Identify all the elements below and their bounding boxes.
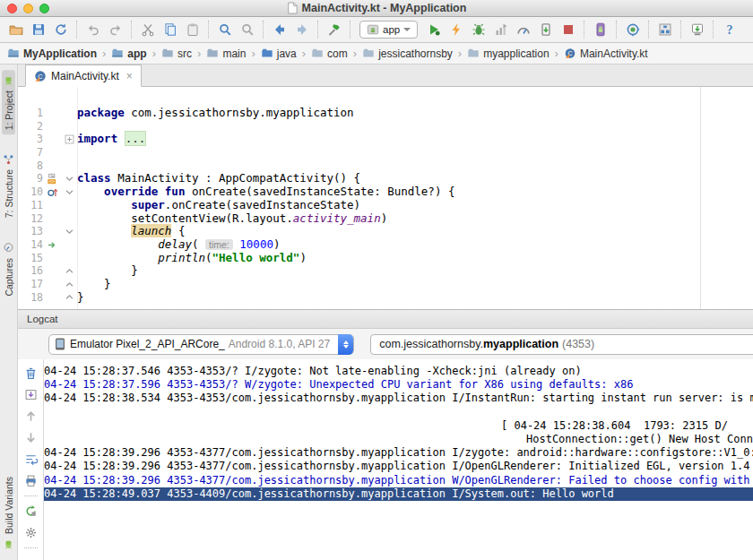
breadcrumb-item-java[interactable]: java: [261, 47, 297, 60]
code-editor[interactable]: 1package com.jessicathornsby.myapplicati…: [18, 87, 753, 309]
redo-button[interactable]: [104, 19, 126, 41]
code-line[interactable]: 13 launch {: [18, 225, 753, 238]
log-line[interactable]: [44, 406, 753, 419]
back-button[interactable]: [268, 19, 290, 41]
find-button[interactable]: [213, 19, 236, 41]
zoom-window-button[interactable]: [39, 4, 49, 13]
log-line[interactable]: 04-24 15:28:39.296 4353-4377/com.jessica…: [44, 446, 753, 460]
print-button[interactable]: [23, 473, 39, 488]
fold-marker[interactable]: [61, 291, 77, 305]
fold-marker[interactable]: [61, 264, 77, 278]
breadcrumb-item-main[interactable]: main: [206, 47, 246, 60]
code-line[interactable]: 16 }: [18, 264, 753, 278]
help-button[interactable]: ?: [718, 19, 740, 41]
breadcrumb-item-mainactivity-kt[interactable]: CMainActivity.kt: [564, 47, 648, 60]
paste-icon: [186, 22, 200, 37]
ide-window: MainActivity.kt - MyApplication app? MyA…: [0, 0, 753, 560]
breadcrumb-item-myapplication[interactable]: myapplication: [467, 47, 549, 60]
forward-button[interactable]: [290, 19, 313, 41]
trash-button[interactable]: [23, 366, 39, 381]
breadcrumb-item-src[interactable]: src: [161, 47, 192, 60]
toolbar-separator: [584, 21, 584, 39]
tool-window-button-7-structure[interactable]: 7: Structure: [2, 149, 15, 222]
suspend-icon[interactable]: [47, 239, 58, 251]
up-stack-button[interactable]: [23, 409, 39, 424]
find-template-button[interactable]: [236, 19, 258, 41]
code-line[interactable]: 9<>class MainActivity : AppCompatActivit…: [18, 172, 753, 185]
code-line[interactable]: 3import ...: [18, 133, 753, 146]
fold-marker[interactable]: [61, 185, 77, 199]
tab-close-icon[interactable]: ×: [126, 71, 133, 82]
fold-marker[interactable]: [61, 225, 77, 238]
run-configuration-select[interactable]: app: [359, 21, 418, 39]
attach-debugger-button[interactable]: [489, 19, 512, 41]
log-line[interactable]: HostConnection::get() New Host Conn: [44, 433, 753, 446]
code-line[interactable]: 7: [18, 146, 753, 159]
log-line[interactable]: 04-24 15:28:39.296 4353-4377/com.jessica…: [44, 460, 753, 473]
log-line[interactable]: 04-24 15:28:39.296 4353-4377/com.jessica…: [44, 474, 753, 487]
device-selector[interactable]: Emulator Pixel_2_API_ARCore_ Android 8.1…: [48, 334, 354, 355]
process-filter-selector[interactable]: com.jessicathornsby.myapplication(4353): [370, 334, 753, 355]
code-line[interactable]: 1package com.jessicathornsby.myapplicati…: [18, 107, 753, 120]
build-hammer-button[interactable]: [323, 19, 345, 41]
sync-button[interactable]: [49, 19, 72, 41]
tool-window-button-captures[interactable]: Captures: [2, 237, 15, 301]
close-window-button[interactable]: [7, 4, 17, 13]
open-folder-button[interactable]: [4, 19, 27, 41]
down-stack-button[interactable]: [23, 430, 39, 445]
up-stack-icon: [24, 409, 38, 423]
save-button[interactable]: [27, 19, 49, 41]
gutter: [43, 133, 61, 146]
profile-apk-button[interactable]: [534, 19, 557, 41]
tool-window-button-build-variants[interactable]: Build Variants: [2, 472, 15, 555]
scroll-to-end-button[interactable]: [23, 387, 39, 402]
code-line[interactable]: 15 println("Hello world"): [18, 252, 753, 265]
minimize-window-button[interactable]: [23, 4, 33, 13]
breadcrumb-item-com[interactable]: com: [311, 47, 348, 60]
override-icon[interactable]: [47, 186, 58, 198]
log-line[interactable]: [ 04-24 15:28:38.604 1793: 2315 D/: [44, 419, 753, 433]
copy-button[interactable]: [159, 19, 181, 41]
stop-button[interactable]: [557, 19, 579, 41]
profiler-button[interactable]: [512, 19, 534, 41]
log-line[interactable]: 04-24 15:28:37.596 4353-4353/? W/zygote:…: [44, 378, 753, 392]
restart-button[interactable]: [23, 504, 39, 519]
settings-button[interactable]: [23, 525, 39, 540]
gradle-sync-button[interactable]: [621, 19, 644, 41]
avd-manager-button[interactable]: [589, 19, 611, 41]
paste-button[interactable]: [181, 19, 203, 41]
tool-window-button-1-project[interactable]: 1: Project: [2, 70, 15, 134]
log-line-selected[interactable]: 04-24 15:28:49.037 4353-4409/com.jessica…: [44, 487, 753, 501]
code-line[interactable]: 14 delay( time: 10000): [18, 238, 753, 252]
fold-open-icon: [65, 227, 74, 237]
code-line[interactable]: 8: [18, 159, 753, 173]
logcat-panel-header[interactable]: Logcat: [18, 309, 753, 329]
tab-mainactivity[interactable]: C MainActivity.kt ×: [25, 65, 142, 87]
run-button[interactable]: [422, 19, 445, 41]
code-line[interactable]: 10 override fun onCreate(savedInstanceSt…: [18, 185, 753, 199]
debug-button[interactable]: [467, 19, 489, 41]
soft-wrap-button[interactable]: [23, 452, 39, 467]
layout-xml-icon[interactable]: <>: [47, 173, 58, 185]
breadcrumb-item-app[interactable]: app: [111, 47, 146, 60]
fold-marker[interactable]: [61, 278, 77, 291]
fold-marker[interactable]: [61, 133, 77, 146]
project-structure-button[interactable]: [653, 19, 676, 41]
device-select-stepper-icon[interactable]: [338, 334, 353, 355]
fold-marker: [61, 107, 77, 120]
apply-changes-button[interactable]: [445, 19, 467, 41]
fold-marker[interactable]: [61, 172, 77, 185]
cut-button[interactable]: [136, 19, 159, 41]
toolbar-separator: [76, 21, 77, 39]
sdk-manager-button[interactable]: [686, 19, 708, 41]
code-line[interactable]: 18}: [18, 291, 753, 305]
log-line[interactable]: 04-24 15:28:38.534 4353-4353/com.jessica…: [44, 392, 753, 405]
log-line[interactable]: 04-24 15:28:37.546 4353-4353/? I/zygote:…: [44, 365, 753, 378]
code-line[interactable]: 11 super.onCreate(savedInstanceState): [18, 199, 753, 212]
code-line[interactable]: 12 setContentView(R.layout.activity_main…: [18, 212, 753, 226]
breadcrumb-item-myapplication[interactable]: MyApplication: [7, 47, 97, 60]
undo-button[interactable]: [82, 19, 104, 41]
code-line[interactable]: 17 }: [18, 278, 753, 291]
breadcrumb-item-jessicathornsby[interactable]: jessicathornsby: [362, 47, 453, 60]
logcat-output[interactable]: 04-24 15:28:37.546 4353-4353/? I/zygote:…: [44, 359, 753, 560]
